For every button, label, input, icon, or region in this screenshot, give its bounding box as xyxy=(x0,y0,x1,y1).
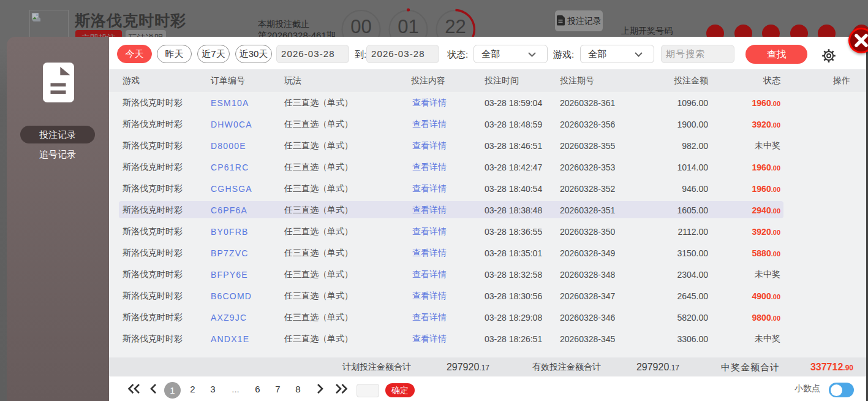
svg-text:22: 22 xyxy=(445,16,466,37)
svg-text:01: 01 xyxy=(398,16,418,37)
svg-text:00: 00 xyxy=(350,16,371,37)
